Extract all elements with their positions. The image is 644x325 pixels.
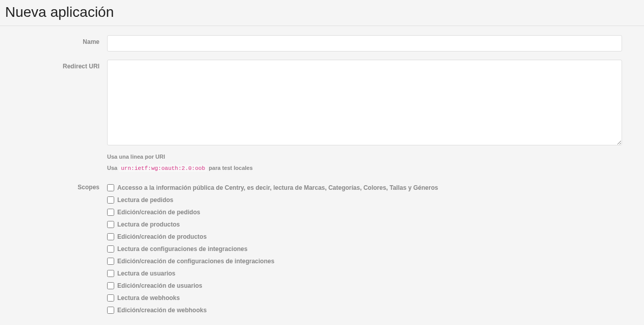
scopes-label: Scopes bbox=[5, 183, 107, 318]
form-container: Name Redirect URI Usa una linea por URI … bbox=[0, 35, 644, 325]
form-row-name: Name bbox=[5, 35, 639, 52]
scope-checkbox[interactable] bbox=[107, 245, 114, 253]
page-title: Nueva aplicación bbox=[5, 4, 639, 20]
help-line-2-prefix: Usa bbox=[107, 165, 119, 171]
redirect-uri-label: Redirect URI bbox=[5, 60, 107, 175]
scope-label[interactable]: Lectura de usuarios bbox=[117, 269, 175, 278]
scopes-control-wrapper: Accesso a la información pública de Cent… bbox=[107, 183, 622, 318]
scope-label[interactable]: Accesso a la información pública de Cent… bbox=[117, 183, 438, 192]
scopes-checkbox-group: Accesso a la información pública de Cent… bbox=[107, 183, 622, 318]
scope-item: Accesso a la información pública de Cent… bbox=[107, 183, 622, 192]
scope-item: Lectura de configuraciones de integracio… bbox=[107, 244, 622, 254]
scope-label[interactable]: Edición/creación de configuraciones de i… bbox=[117, 257, 274, 266]
page-header: Nueva aplicación bbox=[0, 0, 644, 26]
scope-item: Lectura de pedidos bbox=[107, 195, 622, 205]
name-label: Name bbox=[5, 35, 107, 52]
scope-label[interactable]: Edición/creación de pedidos bbox=[117, 208, 200, 217]
name-control-wrapper bbox=[107, 35, 622, 52]
help-line-2-suffix: para test locales bbox=[209, 165, 252, 171]
help-line-2-code: urn:ietf:wg:oauth:2.0:oob bbox=[119, 165, 207, 172]
scope-checkbox[interactable] bbox=[107, 196, 114, 204]
scope-item: Lectura de webhooks bbox=[107, 293, 622, 303]
form-row-redirect-uri: Redirect URI Usa una linea por URI Usa u… bbox=[5, 60, 639, 175]
scope-checkbox[interactable] bbox=[107, 282, 114, 289]
help-line-1: Usa una linea por URI bbox=[107, 153, 622, 162]
scope-checkbox[interactable] bbox=[107, 258, 114, 265]
scope-checkbox[interactable] bbox=[107, 184, 114, 191]
form-row-scopes: Scopes Accesso a la información pública … bbox=[5, 183, 639, 318]
scope-checkbox[interactable] bbox=[107, 233, 114, 240]
redirect-uri-textarea[interactable] bbox=[107, 60, 622, 145]
redirect-uri-help: Usa una linea por URI Usa urn:ietf:wg:oa… bbox=[107, 153, 622, 173]
scope-item: Edición/creación de productos bbox=[107, 232, 622, 241]
scope-item: Edición/creación de pedidos bbox=[107, 208, 622, 217]
scope-checkbox[interactable] bbox=[107, 294, 114, 302]
scope-label[interactable]: Edición/creación de productos bbox=[117, 232, 207, 241]
scope-checkbox[interactable] bbox=[107, 307, 114, 314]
scope-label[interactable]: Lectura de configuraciones de integracio… bbox=[117, 244, 247, 254]
scope-label[interactable]: Lectura de webhooks bbox=[117, 293, 180, 303]
scope-item: Edición/creación de webhooks bbox=[107, 306, 622, 315]
scope-label[interactable]: Lectura de pedidos bbox=[117, 195, 173, 205]
scope-checkbox[interactable] bbox=[107, 221, 114, 228]
scope-checkbox[interactable] bbox=[107, 209, 114, 216]
scope-checkbox[interactable] bbox=[107, 270, 114, 277]
scope-item: Edición/creación de configuraciones de i… bbox=[107, 257, 622, 266]
help-line-2: Usa urn:ietf:wg:oauth:2.0:oob para test … bbox=[107, 164, 622, 173]
scope-label[interactable]: Lectura de productos bbox=[117, 220, 180, 229]
scope-item: Lectura de productos bbox=[107, 220, 622, 229]
scope-item: Edición/creación de usuarios bbox=[107, 281, 622, 290]
scope-label[interactable]: Edición/creación de webhooks bbox=[117, 306, 207, 315]
scope-label[interactable]: Edición/creación de usuarios bbox=[117, 281, 202, 290]
scope-item: Lectura de usuarios bbox=[107, 269, 622, 278]
redirect-uri-control-wrapper: Usa una linea por URI Usa urn:ietf:wg:oa… bbox=[107, 60, 622, 175]
name-input[interactable] bbox=[107, 35, 622, 52]
